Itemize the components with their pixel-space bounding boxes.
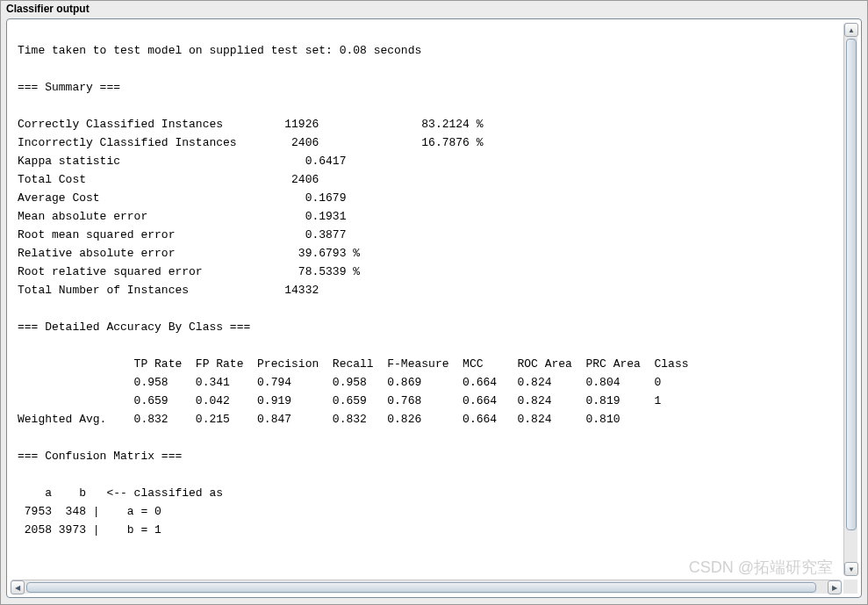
scroll-up-arrow-icon[interactable]: ▲ <box>844 23 858 37</box>
scroll-right-arrow-icon[interactable]: ▶ <box>828 580 842 594</box>
output-frame: Time taken to test model on supplied tes… <box>6 18 862 598</box>
horizontal-scroll-thumb[interactable] <box>26 582 816 593</box>
scroll-down-arrow-icon[interactable]: ▼ <box>844 562 858 576</box>
vertical-scrollbar[interactable]: ▲ ▼ <box>843 23 857 576</box>
classifier-output-text[interactable]: Time taken to test model on supplied tes… <box>11 34 842 565</box>
classifier-output-panel: Classifier output Time taken to test mod… <box>0 0 868 605</box>
panel-title: Classifier output <box>1 1 867 18</box>
scroll-left-arrow-icon[interactable]: ◀ <box>11 580 25 594</box>
horizontal-scrollbar[interactable]: ◀ ▶ <box>11 580 842 594</box>
scrollbar-corner <box>843 580 857 594</box>
vertical-scroll-thumb[interactable] <box>846 39 857 530</box>
